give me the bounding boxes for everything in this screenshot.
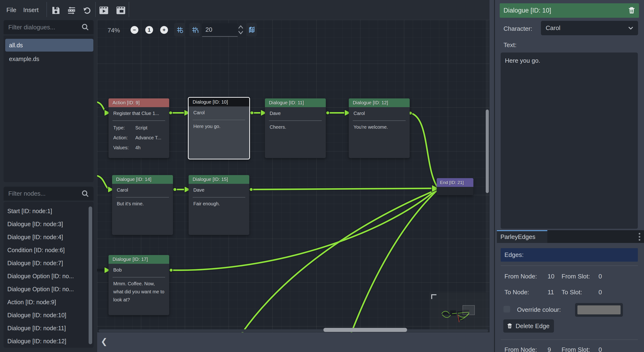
file-item-selected[interactable]: all.ds <box>5 39 93 52</box>
canvas-hscrollbar-thumb[interactable] <box>324 328 407 332</box>
node-list-item[interactable]: Dialogue Option [ID: no... <box>4 283 94 296</box>
minimap[interactable] <box>429 292 486 330</box>
minimap-viewport[interactable] <box>463 305 474 315</box>
node-title[interactable]: Dialogue [ID: 14] <box>112 175 173 184</box>
from-node-label: From Node: <box>504 273 548 280</box>
node-list-item[interactable]: Dialogue [ID: node:10] <box>4 309 94 322</box>
snap-distance-input[interactable] <box>202 23 238 37</box>
chevron-down-icon <box>627 25 634 32</box>
canvas-hscrollbar-track[interactable] <box>98 329 488 332</box>
dialogue-file-list: all.ds example.ds <box>4 35 94 182</box>
node-list-item[interactable]: Dialogue [ID: node:7] <box>4 257 94 270</box>
from-node-value: 10 <box>548 273 562 280</box>
undo-icon[interactable] <box>82 6 92 16</box>
node-list-item[interactable]: Dialogue [ID: node:11] <box>4 322 94 335</box>
graph-node-dialogue-10[interactable]: Dialogue [ID: 10] Carol Here you go. <box>188 97 250 160</box>
node-speaker: Carol <box>188 106 249 119</box>
tab-label: ParleyEdges <box>497 231 547 242</box>
node-text: Here you go. <box>188 120 249 130</box>
graph-node-dialogue-15[interactable]: Dialogue [ID: 15] Dave Fair enough. <box>188 175 249 235</box>
zoom-out-button[interactable]: − <box>130 26 138 34</box>
delete-node-icon[interactable] <box>628 6 636 14</box>
node-list-scrollbar[interactable] <box>88 206 92 344</box>
filter-dialogues-input[interactable] <box>4 20 94 34</box>
snap-grid-toggle[interactable] <box>174 23 185 36</box>
reimport-icon[interactable] <box>67 7 76 16</box>
filter-nodes-input[interactable] <box>4 187 94 201</box>
delete-edge-label: Delete Edge <box>516 323 550 330</box>
menubar-divider <box>95 2 96 17</box>
from-slot-value: 0 <box>598 273 602 280</box>
minimap-toggle[interactable] <box>246 23 257 36</box>
action-values-label: Values: <box>113 143 135 153</box>
graph-node-dialogue-12[interactable]: Dialogue [ID: 12] Carol You're welcome. <box>349 98 410 158</box>
file-item[interactable]: example.ds <box>5 52 93 65</box>
node-title[interactable]: End [ID: 21] <box>437 178 474 187</box>
node-list-item[interactable]: Dialogue Option [ID: no... <box>4 270 94 283</box>
panel-divider[interactable] <box>494 0 495 352</box>
zoom-reset-button[interactable]: 1 <box>145 26 153 34</box>
tab-parley-edges[interactable]: ParleyEdges <box>497 230 547 243</box>
node-text: Mmm. Coffee. Now, what did you want me t… <box>108 278 169 304</box>
menubar-divider <box>129 2 129 17</box>
to-slot-value: 0 <box>598 288 602 296</box>
dock-menu-icon[interactable] <box>638 232 641 241</box>
separator <box>501 340 638 340</box>
action-type-label: Type: <box>113 123 135 133</box>
action-action-value: Advance T... <box>135 133 161 143</box>
node-separator <box>112 120 165 121</box>
character-dropdown[interactable]: Carol <box>541 21 638 35</box>
dock-tabstrip: ParleyEdges <box>497 230 644 243</box>
spin-up-icon <box>239 26 243 28</box>
edges-section-header: Edges: <box>501 248 638 262</box>
node-title[interactable]: Dialogue [ID: 10] <box>188 98 249 106</box>
left-sidebar: all.ds example.ds Start [ID: node:1] Dia… <box>0 20 97 352</box>
from-node-value: 9 <box>548 346 562 352</box>
menu-insert[interactable]: Insert <box>23 0 38 20</box>
edge-from-row: From Node: 9 From Slot: 0 <box>504 346 638 352</box>
action-values-value: 4h <box>135 143 140 153</box>
graph-node-end-21[interactable]: End [ID: 21] <box>437 178 474 195</box>
node-title[interactable]: Dialogue [ID: 11] <box>265 98 326 107</box>
delete-edge-button[interactable]: Delete Edge <box>503 319 554 333</box>
snap-connections-toggle[interactable] <box>189 23 200 36</box>
graph-node-action-9[interactable]: Action [ID: 9] Register that Clue 1... T… <box>108 98 169 158</box>
separator <box>501 265 638 266</box>
zoom-in-button[interactable]: + <box>160 26 168 34</box>
graph-canvas[interactable]: 74% − 1 + Action [ID: 9] Register that C… <box>97 20 490 332</box>
override-colour-checkbox[interactable] <box>504 306 510 313</box>
node-list-item[interactable]: Start [ID: node:1] <box>4 205 94 218</box>
node-title[interactable]: Dialogue [ID: 12] <box>349 98 410 107</box>
menubar-divider <box>46 2 47 17</box>
text-editor[interactable]: Here you go. <box>501 52 638 229</box>
from-slot-value: 0 <box>598 346 602 352</box>
play-dialogue-icon[interactable] <box>99 6 108 15</box>
node-speaker: Bob <box>108 264 169 276</box>
menu-file[interactable]: File <box>6 0 16 20</box>
collapse-sidebar-icon[interactable]: ❮ <box>101 337 108 346</box>
menubar: File Insert <box>0 0 497 20</box>
node-list-item[interactable]: Dialogue [ID: node:3] <box>4 218 94 231</box>
zoom-level-label: 74% <box>108 27 120 34</box>
node-list-item[interactable]: Dialogue [ID: node:12] <box>4 335 94 348</box>
colour-picker[interactable] <box>575 303 623 317</box>
snap-distance-spinner[interactable] <box>238 24 244 35</box>
canvas-vscrollbar-thumb[interactable] <box>486 110 489 193</box>
graph-node-dialogue-11[interactable]: Dialogue [ID: 11] Dave Cheers. <box>265 98 326 158</box>
node-list-item[interactable]: Dialogue [ID: node:4] <box>4 231 94 244</box>
test-scene-icon[interactable] <box>116 6 126 15</box>
node-action-label: Register that Clue 1... <box>108 107 169 120</box>
save-icon[interactable] <box>51 6 61 15</box>
node-list-item[interactable]: Action [ID: node:9] <box>4 296 94 309</box>
node-list-item[interactable]: Condition [ID: node:6] <box>4 244 94 257</box>
text-label: Text: <box>504 41 516 49</box>
node-title[interactable]: Action [ID: 9] <box>108 98 169 107</box>
bottom-strip: ❮ <box>97 332 490 352</box>
node-text: You're welcome. <box>349 121 410 131</box>
node-title[interactable]: Dialogue [ID: 15] <box>188 175 249 184</box>
node-list: Start [ID: node:1] Dialogue [ID: node:3]… <box>4 202 94 348</box>
node-title[interactable]: Dialogue [ID: 17] <box>108 255 169 264</box>
graph-node-dialogue-14[interactable]: Dialogue [ID: 14] Carol But it's mine. <box>112 175 173 235</box>
to-slot-label: To Slot: <box>562 288 598 296</box>
graph-node-dialogue-17[interactable]: Dialogue [ID: 17] Bob Mmm. Coffee. Now, … <box>108 255 169 315</box>
